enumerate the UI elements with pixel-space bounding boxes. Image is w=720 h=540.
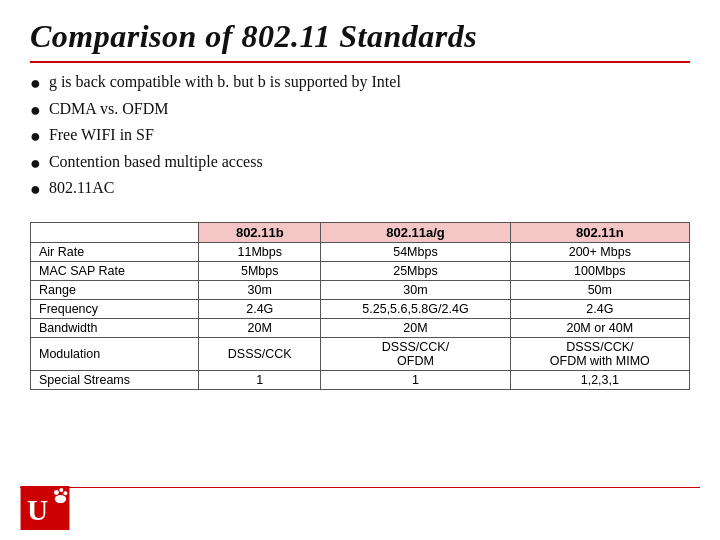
table-cell: Air Rate <box>31 242 199 261</box>
bullet-icon: ● <box>30 73 41 95</box>
bullet-text: CDMA vs. OFDM <box>49 100 169 118</box>
table-row: Bandwidth20M20M20M or 40M <box>31 318 690 337</box>
bottom-divider <box>20 487 700 488</box>
list-item: ● CDMA vs. OFDM <box>30 100 690 122</box>
svg-text:U: U <box>27 494 48 526</box>
table-cell: 11Mbps <box>199 242 321 261</box>
table-cell: 5.25,5.6,5.8G/2.4G <box>321 299 510 318</box>
col-header-2: 802.11a/g <box>321 222 510 242</box>
bullet-list: ● g is back compatible with b. but b is … <box>30 73 690 206</box>
svg-point-4 <box>59 488 63 492</box>
bullet-text: 802.11AC <box>49 179 115 197</box>
table-cell: DSSS/CCK <box>199 337 321 370</box>
bullet-text: Contention based multiple access <box>49 153 263 171</box>
table-cell: Frequency <box>31 299 199 318</box>
title-divider <box>30 61 690 63</box>
table-cell: 50m <box>510 280 689 299</box>
svg-rect-2 <box>24 523 66 527</box>
col-header-0 <box>31 222 199 242</box>
table-cell: 2.4G <box>199 299 321 318</box>
table-cell: Modulation <box>31 337 199 370</box>
page-title: Comparison of 802.11 Standards <box>30 18 690 55</box>
uh-logo: U <box>20 486 70 530</box>
table-cell: 100Mbps <box>510 261 689 280</box>
comparison-table-container: 802.11b 802.11a/g 802.11n Air Rate11Mbps… <box>30 222 690 530</box>
svg-point-5 <box>63 491 67 495</box>
table-row: MAC SAP Rate5Mbps25Mbps100Mbps <box>31 261 690 280</box>
table-cell: 20M <box>321 318 510 337</box>
comparison-table: 802.11b 802.11a/g 802.11n Air Rate11Mbps… <box>30 222 690 390</box>
bullet-icon: ● <box>30 100 41 122</box>
table-cell: 20M <box>199 318 321 337</box>
table-cell: 1 <box>321 370 510 389</box>
list-item: ● g is back compatible with b. but b is … <box>30 73 690 95</box>
table-cell: 2.4G <box>510 299 689 318</box>
table-cell: 200+ Mbps <box>510 242 689 261</box>
svg-point-6 <box>55 495 66 503</box>
bullet-text: Free WIFI in SF <box>49 126 154 144</box>
table-cell: DSSS/CCK/OFDM <box>321 337 510 370</box>
table-cell: 20M or 40M <box>510 318 689 337</box>
table-row: ModulationDSSS/CCKDSSS/CCK/OFDMDSSS/CCK/… <box>31 337 690 370</box>
bullet-icon: ● <box>30 153 41 175</box>
list-item: ● Contention based multiple access <box>30 153 690 175</box>
table-row: Air Rate11Mbps54Mbps200+ Mbps <box>31 242 690 261</box>
table-row: Frequency2.4G5.25,5.6,5.8G/2.4G2.4G <box>31 299 690 318</box>
bullet-text: g is back compatible with b. but b is su… <box>49 73 401 91</box>
bullet-icon: ● <box>30 179 41 201</box>
table-cell: 54Mbps <box>321 242 510 261</box>
page: Comparison of 802.11 Standards ● g is ba… <box>0 0 720 540</box>
col-header-1: 802.11b <box>199 222 321 242</box>
col-header-3: 802.11n <box>510 222 689 242</box>
table-cell: Bandwidth <box>31 318 199 337</box>
table-cell: Special Streams <box>31 370 199 389</box>
table-cell: 5Mbps <box>199 261 321 280</box>
bullet-icon: ● <box>30 126 41 148</box>
table-cell: DSSS/CCK/OFDM with MIMO <box>510 337 689 370</box>
list-item: ● Free WIFI in SF <box>30 126 690 148</box>
table-cell: 1,2,3,1 <box>510 370 689 389</box>
list-item: ● 802.11AC <box>30 179 690 201</box>
table-row: Range30m30m50m <box>31 280 690 299</box>
table-cell: Range <box>31 280 199 299</box>
table-row: Special Streams111,2,3,1 <box>31 370 690 389</box>
svg-point-3 <box>54 490 59 495</box>
table-cell: 1 <box>199 370 321 389</box>
table-cell: 30m <box>199 280 321 299</box>
table-cell: MAC SAP Rate <box>31 261 199 280</box>
table-cell: 25Mbps <box>321 261 510 280</box>
table-cell: 30m <box>321 280 510 299</box>
